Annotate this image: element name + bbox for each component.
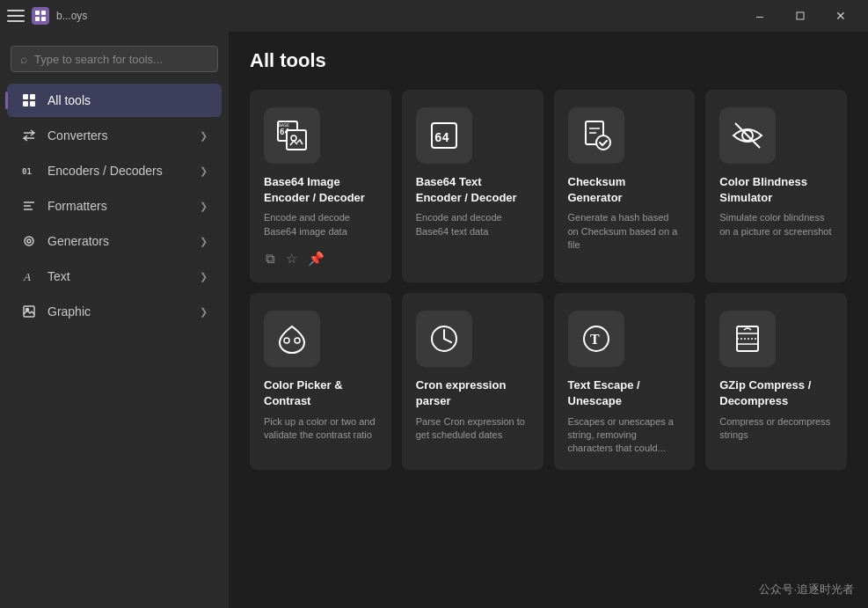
tool-icon-color-picker [264,311,320,367]
tool-name: Text Escape / Unescape [568,377,682,409]
tool-card-color-picker[interactable]: Color Picker & Contrast Pick up a color … [250,293,391,470]
tool-card-base64-text[interactable]: 64 Base64 Text Encoder / Decoder Encode … [402,90,543,282]
svg-point-14 [27,239,31,243]
sidebar-item-formatters[interactable]: Formatters ❯ [7,189,222,223]
tool-icon-color-blindness [719,107,776,164]
sidebar-item-converters[interactable]: Converters ❯ [7,119,222,152]
sidebar-item-label: Formatters [47,199,189,213]
tool-name: Base64 Image Encoder / Decoder [264,174,377,206]
window-title: b...oys [56,10,87,22]
restore-button[interactable] [780,0,821,32]
tool-desc: Encode and decode Base64 image data [264,211,377,238]
tool-name: Color Blindness Simulator [719,174,833,206]
tool-desc: Encode and decode Base64 text data [416,211,529,268]
tool-icon-checksum [568,107,624,164]
tool-desc: Simulate color blindness on a picture or… [719,211,833,268]
search-box[interactable]: ⌕ [11,46,218,72]
svg-point-26 [596,136,610,150]
tool-card-text-escape[interactable]: T Text Escape / Unescape Escapes or unes… [554,293,696,470]
sidebar-item-text[interactable]: A Text ❯ [7,260,222,293]
tool-desc: Generate a hash based on Checksum based … [568,211,682,268]
tool-card-checksum[interactable]: Checksum Generator Generate a hash based… [554,90,696,282]
svg-rect-8 [30,101,35,106]
tool-icon-cron-parser [416,311,472,367]
sidebar-item-label: Text [47,269,189,283]
tool-name: Checksum Generator [568,174,682,206]
svg-text:A: A [23,270,31,283]
tool-name: GZip Compress / Decompress [719,377,833,409]
chevron-icon: ❯ [200,271,208,282]
all-tools-icon [21,92,37,108]
svg-point-30 [295,338,300,343]
content-area: All tools 64 BASE Base64 Image Encoder /… [229,32,868,608]
svg-rect-3 [41,17,46,21]
title-bar-controls: – ✕ [740,0,861,32]
search-input[interactable] [34,53,208,66]
sidebar-item-generators[interactable]: Generators ❯ [7,224,222,258]
formatters-icon [21,198,37,214]
svg-text:BASE: BASE [279,122,289,128]
main-layout: ⌕ All tools Converters ❯ [0,32,868,608]
tool-desc: Pick up a color or two and validate the … [264,415,377,456]
pin-button[interactable]: 📌 [306,249,326,268]
tool-desc: Compress or decompress strings [719,415,833,456]
generators-icon [21,233,37,249]
tool-card-color-blindness[interactable]: Color Blindness Simulator Simulate color… [705,90,847,282]
sidebar-item-encoders-decoders[interactable]: 01 Encoders / Decoders ❯ [7,154,222,187]
chevron-icon: ❯ [200,236,208,247]
sidebar-item-label: All tools [47,93,208,107]
svg-line-33 [444,339,451,342]
chevron-icon: ❯ [200,165,208,177]
sidebar: ⌕ All tools Converters ❯ [0,32,229,608]
svg-line-28 [735,123,760,148]
tool-icon-base64-text: 64 [416,107,472,164]
svg-text:T: T [590,332,600,347]
title-bar-left: b...oys [7,7,740,25]
tool-icon-gzip [719,311,776,367]
converters-icon [21,128,37,143]
svg-rect-7 [23,101,28,106]
svg-rect-2 [35,17,40,21]
title-bar: b...oys – ✕ [0,0,868,32]
svg-rect-0 [35,11,40,15]
sidebar-item-label: Generators [47,234,189,248]
svg-rect-4 [797,12,804,19]
chevron-icon: ❯ [200,306,208,318]
close-button[interactable]: ✕ [821,0,861,32]
search-icon: ⌕ [20,52,27,66]
sidebar-item-all-tools[interactable]: All tools [7,84,222,117]
text-icon: A [21,268,37,284]
svg-point-13 [25,237,33,245]
svg-text:64: 64 [434,130,449,144]
app-icon [32,7,49,25]
hamburger-icon[interactable] [7,7,25,25]
tool-card-gzip[interactable]: GZip Compress / Decompress Compress or d… [705,293,847,470]
svg-rect-5 [23,94,28,99]
svg-rect-1 [41,11,46,15]
tool-card-cron-parser[interactable]: Cron expression parser Parse Cron expres… [402,293,543,470]
chevron-icon: ❯ [200,201,208,212]
sidebar-item-graphic[interactable]: Graphic ❯ [7,295,222,328]
tool-card-base64-image[interactable]: 64 BASE Base64 Image Encoder / Decoder E… [250,90,391,282]
tool-actions: ⧉ ☆ 📌 [264,249,377,268]
tool-desc: Escapes or unescapes a string, removing … [568,415,682,456]
svg-rect-6 [30,94,35,99]
tool-name: Color Picker & Contrast [264,377,377,409]
tool-name: Cron expression parser [416,377,529,409]
sidebar-item-label: Converters [47,128,189,143]
sidebar-item-label: Graphic [47,304,189,319]
copy-button[interactable]: ⧉ [264,249,277,268]
encoders-icon: 01 [21,163,37,179]
graphic-icon [21,304,37,319]
tool-icon-base64-image: 64 BASE [264,107,320,164]
page-title: All tools [250,49,847,72]
favorite-button[interactable]: ☆ [284,249,299,268]
tool-desc: Parse Cron expression to get scheduled d… [416,415,529,456]
svg-text:01: 01 [22,167,32,176]
svg-point-29 [284,338,289,343]
tools-grid: 64 BASE Base64 Image Encoder / Decoder E… [250,90,847,470]
tool-icon-text-escape: T [568,311,624,367]
chevron-icon: ❯ [200,130,208,142]
tool-name: Base64 Text Encoder / Decoder [416,174,529,206]
minimize-button[interactable]: – [740,0,780,32]
